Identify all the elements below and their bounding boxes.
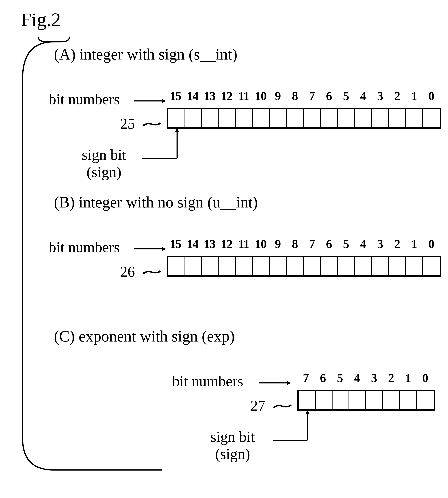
bit-number: 13 xyxy=(201,237,218,251)
arrow-right-icon xyxy=(134,245,165,253)
bit-number: 12 xyxy=(218,237,235,251)
bit-number: 6 xyxy=(320,237,337,251)
bit-number: 13 xyxy=(201,89,218,103)
bit-number: 5 xyxy=(332,371,349,385)
bit-cell xyxy=(287,109,304,127)
bit-number: 3 xyxy=(371,237,388,251)
sign-bit-line1: sign bit xyxy=(82,146,126,163)
bit-cell xyxy=(321,109,338,127)
bit-number: 5 xyxy=(337,237,354,251)
bit-numbers-row-a: 1514131211109876543210 xyxy=(167,89,440,103)
section-b-title: (B) integer with no sign (u__int) xyxy=(54,193,258,211)
bit-number: 9 xyxy=(269,89,286,103)
figure-title: Fig.2 xyxy=(21,9,61,31)
figure-page: Fig.2 (A) integer with sign (s__int) bit… xyxy=(0,0,448,498)
sign-bit-label-c: sign bit (sign) xyxy=(210,428,255,463)
bit-number: 4 xyxy=(349,371,366,385)
bit-number: 11 xyxy=(235,237,252,251)
bit-number: 15 xyxy=(167,237,184,251)
bit-number: 1 xyxy=(400,371,417,385)
bit-number: 1 xyxy=(406,237,423,251)
bit-cell xyxy=(417,391,434,409)
bit-cell xyxy=(253,257,270,275)
bit-cell xyxy=(304,109,321,127)
bit-number: 2 xyxy=(388,89,406,103)
bit-numbers-row-c: 76543210 xyxy=(297,371,434,385)
sign-bit-line1: sign bit xyxy=(210,428,255,445)
bit-number: 7 xyxy=(297,371,314,385)
bit-number: 2 xyxy=(388,237,406,251)
bit-cell xyxy=(355,109,372,127)
bit-cell xyxy=(321,257,338,275)
bit-cell xyxy=(202,109,219,127)
bit-cell xyxy=(372,257,389,275)
bit-cell xyxy=(333,391,349,409)
bit-number: 4 xyxy=(354,89,371,103)
bit-cell xyxy=(304,257,321,275)
bit-cell xyxy=(287,257,304,275)
arrow-right-icon xyxy=(259,379,290,387)
svg-marker-8 xyxy=(287,381,291,385)
bit-number: 3 xyxy=(366,371,383,385)
bit-number: 0 xyxy=(417,371,434,385)
section-a-title: (A) integer with sign (s__int) xyxy=(54,45,237,63)
bit-cell xyxy=(185,257,202,275)
bit-number: 6 xyxy=(314,371,332,385)
bit-cell xyxy=(299,391,316,409)
bit-number: 10 xyxy=(252,89,269,103)
bit-cell xyxy=(406,109,423,127)
svg-marker-1 xyxy=(162,99,166,103)
bit-number: 1 xyxy=(406,89,423,103)
sign-bit-label-a: sign bit (sign) xyxy=(82,146,126,181)
bit-cell xyxy=(383,391,400,409)
sign-bit-line2: (sign) xyxy=(215,446,250,462)
bit-number: 10 xyxy=(252,237,269,251)
bit-number: 2 xyxy=(383,371,400,385)
bit-number: 0 xyxy=(423,237,440,251)
bit-number: 7 xyxy=(303,89,320,103)
bit-number: 9 xyxy=(269,237,286,251)
bit-cell xyxy=(406,257,423,275)
bit-cell xyxy=(316,391,333,409)
bit-number: 14 xyxy=(184,89,201,103)
svg-marker-10 xyxy=(305,410,310,414)
bit-cell xyxy=(423,109,440,127)
bit-cell xyxy=(168,109,185,127)
svg-marker-3 xyxy=(175,128,179,132)
bit-box-a xyxy=(167,108,441,129)
bit-cell xyxy=(355,257,372,275)
bit-number: 14 xyxy=(184,237,201,251)
sign-bit-line2: (sign) xyxy=(87,164,122,180)
bit-cell xyxy=(270,257,287,275)
bit-number: 12 xyxy=(218,89,235,103)
svg-marker-6 xyxy=(162,247,166,251)
bit-cell xyxy=(372,109,389,127)
ref-27: 27 xyxy=(250,397,265,414)
bit-cell xyxy=(423,257,440,275)
bit-cell xyxy=(202,257,219,275)
bit-cell xyxy=(389,109,406,127)
ref-26: 26 xyxy=(120,263,135,280)
bit-cell xyxy=(338,257,355,275)
bit-number: 15 xyxy=(167,89,184,103)
bit-cell xyxy=(236,109,253,127)
bit-number: 3 xyxy=(371,89,388,103)
bit-numbers-row-b: 1514131211109876543210 xyxy=(167,237,440,251)
bit-number: 4 xyxy=(354,237,371,251)
arrow-up-icon xyxy=(304,411,314,445)
bit-cell xyxy=(168,257,185,275)
bit-numbers-label-a: bit numbers xyxy=(49,90,120,108)
bit-cell xyxy=(253,109,270,127)
bit-cell xyxy=(349,391,366,409)
bit-box-b xyxy=(167,256,441,277)
bit-cell xyxy=(185,109,202,127)
bit-number: 6 xyxy=(320,89,337,103)
bit-cell xyxy=(219,257,236,275)
bit-cell xyxy=(389,257,406,275)
bit-cell xyxy=(270,109,287,127)
bit-cell xyxy=(338,109,355,127)
ref-25: 25 xyxy=(120,115,135,132)
bit-cell xyxy=(366,391,383,409)
bit-number: 5 xyxy=(337,89,354,103)
bit-cell xyxy=(219,109,236,127)
